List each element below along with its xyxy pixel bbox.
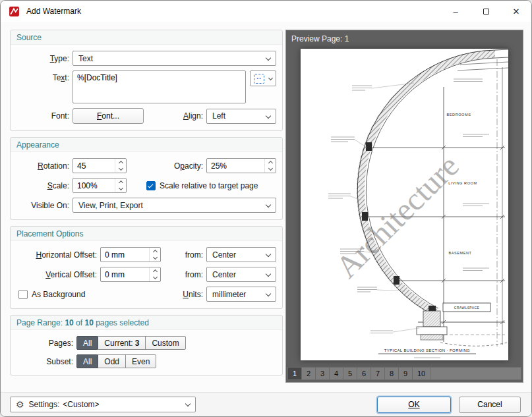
appearance-legend: Appearance <box>11 138 282 152</box>
preview-page-button[interactable]: 2 <box>302 368 316 379</box>
insert-macro-button[interactable]: ·· <box>250 70 276 86</box>
spin-up-button[interactable] <box>150 248 160 255</box>
ok-button[interactable]: OK <box>377 397 451 413</box>
check-icon <box>148 182 153 188</box>
horizontal-offset-input[interactable] <box>101 248 149 262</box>
room-label-basement: BASEMENT <box>448 251 471 255</box>
subset-segment: All Odd Even <box>76 354 156 368</box>
chevron-up-icon <box>152 269 157 274</box>
add-watermark-dialog: Add Watermark – ✕ Source Type: <box>0 0 532 417</box>
pages-all-button[interactable]: All <box>76 336 98 350</box>
visible-on-combo[interactable]: View, Print, Export <box>73 198 276 213</box>
vertical-offset-spinner[interactable] <box>100 267 161 282</box>
scale-input[interactable] <box>73 179 115 192</box>
spin-up-button[interactable] <box>115 159 126 166</box>
spin-down-button[interactable] <box>115 186 126 193</box>
settings-value: <Custom> <box>63 400 99 409</box>
chevron-down-icon <box>266 113 271 118</box>
scale-relative-label: Scale relative to target page <box>160 181 258 190</box>
align-value: Left <box>212 111 225 121</box>
spin-up-button[interactable] <box>115 179 126 186</box>
placement-legend: Placement Options <box>11 227 282 241</box>
gear-icon: ⚙ <box>16 400 24 409</box>
room-label-bedrooms: BEDROOMS <box>447 113 471 117</box>
horizontal-offset-spinner[interactable] <box>100 247 161 262</box>
vertical-offset-input[interactable] <box>101 267 149 281</box>
macro-icon: ·· <box>254 74 264 84</box>
minimize-icon: – <box>453 7 458 16</box>
opacity-spinner[interactable] <box>206 158 276 173</box>
spin-up-button[interactable] <box>150 267 160 275</box>
page-range-group: Page Range: 10 of 10 pages selected Page… <box>10 315 283 375</box>
vertical-offset-label: Vertical Offset: <box>16 270 97 279</box>
footer-bar: ⚙ Settings: <Custom> OK Cancel <box>1 392 531 416</box>
preview-page-button[interactable]: 6 <box>357 368 371 379</box>
room-label-crawlspace: CRAWLSPACE <box>454 306 480 310</box>
chevron-up-icon <box>268 161 272 165</box>
align-label: Align: <box>144 111 203 121</box>
preview-page-button[interactable]: 4 <box>330 368 343 379</box>
subset-even-button[interactable]: Even <box>125 354 156 368</box>
watermark-text: Architecture <box>329 148 465 285</box>
align-combo[interactable]: Left <box>206 109 276 124</box>
dialog-body: Source Type: Text Text: %[DocTitle] ·· <box>1 22 531 416</box>
preview-page-button[interactable]: 5 <box>343 368 357 379</box>
pages-current-button[interactable]: Current: 3 <box>98 336 146 350</box>
chevron-up-icon <box>152 250 157 254</box>
subset-all-button[interactable]: All <box>76 354 98 368</box>
pages-custom-button[interactable]: Custom <box>145 336 185 350</box>
preview-page-button[interactable]: 7 <box>371 368 385 379</box>
maximize-button[interactable] <box>471 1 501 22</box>
close-icon: ✕ <box>513 7 520 16</box>
minimize-button[interactable]: – <box>440 1 471 22</box>
preview-page-button[interactable]: 9 <box>399 368 413 379</box>
visible-on-label: Visible On: <box>16 201 69 210</box>
watermark-text-input[interactable]: %[DocTitle] <box>73 70 246 103</box>
preview-pager: 1 2 3 4 5 6 7 8 9 10 <box>287 367 521 380</box>
chevron-down-icon <box>268 166 272 171</box>
scale-spinner[interactable] <box>73 178 127 193</box>
source-legend: Source <box>11 30 282 45</box>
units-value: millimeter <box>212 290 246 299</box>
architectural-drawing: BEDROOMS LIVING ROOM BASEMENT CRAWLSPACE… <box>301 49 508 360</box>
spin-down-button[interactable] <box>115 166 126 173</box>
vertical-from-value: Center <box>212 270 236 279</box>
total-count: 10 <box>84 318 93 327</box>
spin-up-button[interactable] <box>265 159 276 166</box>
preview-page-button[interactable]: 1 <box>288 368 302 379</box>
preview-page: BEDROOMS LIVING ROOM BASEMENT CRAWLSPACE… <box>301 49 508 360</box>
subset-label: Subset: <box>16 357 73 366</box>
rotation-spinner[interactable] <box>73 158 127 173</box>
chevron-down-icon <box>266 271 271 277</box>
opacity-input[interactable] <box>207 159 264 173</box>
titlebar: Add Watermark – ✕ <box>1 1 531 22</box>
preview-page-button[interactable]: 8 <box>385 368 399 379</box>
close-button[interactable]: ✕ <box>501 1 531 22</box>
visible-on-value: View, Print, Export <box>78 201 143 210</box>
vertical-from-combo[interactable]: Center <box>206 267 276 282</box>
chevron-down-icon <box>118 166 123 171</box>
chevron-down-icon <box>266 252 271 257</box>
scale-relative-checkbox[interactable] <box>146 181 156 190</box>
source-group: Source Type: Text Text: %[DocTitle] ·· <box>10 30 283 131</box>
preview-page-button[interactable]: 3 <box>316 368 330 379</box>
subset-odd-button[interactable]: Odd <box>98 354 126 368</box>
units-combo[interactable]: millimeter <box>206 287 276 302</box>
spin-down-button[interactable] <box>265 166 276 173</box>
cancel-button[interactable]: Cancel <box>459 397 521 413</box>
font-button[interactable]: Font... <box>73 108 144 124</box>
horizontal-from-combo[interactable]: Center <box>206 247 276 262</box>
chevron-down-icon <box>266 55 271 61</box>
rotation-input[interactable] <box>73 159 115 173</box>
as-background-checkbox[interactable] <box>18 290 28 299</box>
selected-count: 10 <box>65 318 73 327</box>
chevron-down-icon <box>266 202 271 208</box>
settings-label: Settings: <box>29 400 60 409</box>
preview-page-button[interactable]: 10 <box>413 368 430 379</box>
type-combo[interactable]: Text <box>73 51 276 66</box>
settings-combo[interactable]: ⚙ Settings: <Custom> <box>10 397 196 412</box>
vertical-from-label: from: <box>161 270 203 279</box>
horizontal-offset-label: Horizontal Offset: <box>16 250 97 260</box>
spin-down-button[interactable] <box>150 275 160 282</box>
spin-down-button[interactable] <box>150 255 160 262</box>
